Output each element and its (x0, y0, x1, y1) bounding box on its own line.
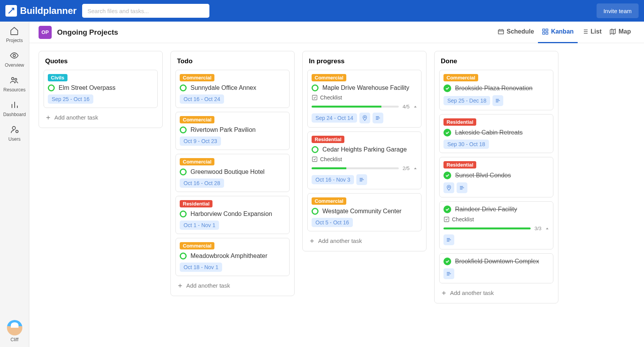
task-card[interactable]: CommercialSunnydale Office AnnexOct 16 -… (175, 70, 290, 108)
sidebar-item-projects[interactable]: Projects (6, 25, 23, 43)
task-name: Greenwood Boutique Hotel (191, 168, 265, 175)
caret-up-icon (413, 167, 417, 170)
tag-commercial: Commercial (312, 74, 346, 81)
main-header: OP Ongoing Projects ScheduleKanbanListMa… (29, 22, 644, 43)
check-ring-icon (180, 84, 187, 91)
tag-commercial: Commercial (180, 242, 214, 249)
tag-civils: Civils (48, 74, 67, 81)
task-card[interactable]: CommercialMaple Drive Warehouse Facility… (307, 70, 421, 128)
view-schedule[interactable]: Schedule (494, 22, 538, 43)
card-meta: Oct 16 - Nov 3 (312, 174, 417, 185)
date-pill: Sep 25 - Dec 18 (443, 96, 490, 105)
column-title: Done (439, 56, 553, 66)
card-meta (443, 234, 549, 245)
task-card[interactable]: CommercialRivertown Park PavilionOct 9 -… (175, 112, 290, 150)
checklist-progress: 4/5 (312, 104, 417, 109)
column-todo: TodoCommercialSunnydale Office AnnexOct … (170, 51, 295, 296)
check-ring-icon (180, 211, 187, 217)
svg-rect-6 (543, 29, 545, 31)
view-map[interactable]: Map (605, 22, 635, 43)
checklist-progress: 3/3 (443, 226, 549, 231)
task-card[interactable]: ResidentialLakeside Cabin RetreatsSep 30… (439, 114, 553, 153)
sidebar-item-overview[interactable]: Overview (5, 50, 24, 68)
date-pill: Oct 16 - Nov 3 (312, 175, 354, 184)
add-task-button[interactable]: Add another task (175, 280, 290, 291)
column-in-progress: In progressCommercialMaple Drive Warehou… (302, 51, 427, 251)
checklist-icon (312, 156, 318, 162)
invite-team-button[interactable]: Invite team (597, 3, 639, 18)
task-name: Maple Drive Warehouse Facility (322, 84, 409, 91)
svg-rect-10 (312, 95, 317, 100)
task-name: Raindeer Drive Facility (455, 206, 517, 213)
checklist-icon (443, 216, 450, 222)
check-complete-icon (443, 258, 451, 265)
column-title: Todo (175, 56, 290, 66)
task-name: Lakeside Cabin Retreats (455, 129, 523, 136)
card-meta: Sep 25 - Dec 18 (443, 95, 549, 106)
tag-commercial: Commercial (180, 74, 214, 81)
svg-point-3 (12, 126, 15, 130)
check-ring-icon (312, 146, 319, 153)
task-card[interactable]: Raindeer Drive FacilityChecklist3/3 (439, 201, 553, 249)
check-complete-icon (443, 129, 451, 136)
chart-icon (9, 99, 20, 110)
view-kanban[interactable]: Kanban (538, 22, 578, 43)
add-task-button[interactable]: Add another task (44, 112, 158, 123)
add-task-button[interactable]: Add another task (307, 235, 421, 246)
task-name: Meadowbrook Amphitheater (191, 253, 267, 259)
sidebar: Projects Overview Resources Dashboard Us… (0, 22, 29, 347)
task-card[interactable]: CommercialBrookside Plaza RenovationSep … (439, 70, 553, 110)
user-avatar[interactable]: Cliff (7, 320, 22, 347)
task-card[interactable]: Brookfield Downtown Complex (439, 253, 553, 283)
svg-rect-7 (546, 29, 548, 31)
notes-icon (443, 268, 454, 279)
date-pill: Sep 25 - Oct 16 (48, 94, 93, 104)
task-card[interactable]: CommercialMeadowbrook AmphitheaterOct 18… (175, 238, 290, 276)
task-card[interactable]: CommercialGreenwood Boutique HotelOct 16… (175, 154, 290, 192)
sidebar-item-dashboard[interactable]: Dashboard (3, 99, 26, 117)
sidebar-item-resources[interactable]: Resources (3, 75, 25, 93)
check-ring-icon (180, 126, 187, 133)
date-pill: Oct 1 - Nov 1 (180, 221, 219, 230)
page-title: Ongoing Projects (57, 28, 118, 37)
date-pill: Oct 16 - Oct 24 (180, 94, 224, 104)
svg-rect-12 (312, 157, 317, 162)
task-card[interactable]: ResidentialHarborview Condo ExpansionOct… (175, 196, 290, 234)
app-name: Buildplanner (20, 5, 77, 16)
task-name: Harborview Condo Expansion (191, 211, 272, 217)
people-icon (9, 75, 20, 86)
checklist-progress: 2/5 (312, 165, 417, 171)
app-logo[interactable]: Buildplanner (5, 5, 77, 17)
view-list[interactable]: List (578, 22, 605, 43)
card-meta: Oct 16 - Oct 24 (180, 94, 285, 104)
add-task-button[interactable]: Add another task (439, 287, 553, 298)
task-name: Westgate Community Center (322, 208, 401, 215)
notes-icon (356, 174, 367, 185)
task-name: Cedar Heights Parking Garage (322, 146, 407, 153)
caret-up-icon (545, 227, 549, 231)
tag-commercial: Commercial (180, 158, 214, 165)
check-ring-icon (180, 168, 187, 175)
checklist-icon (312, 94, 318, 101)
column-title: Quotes (44, 56, 158, 66)
sidebar-item-users[interactable]: Users (8, 124, 20, 142)
plus-icon (45, 115, 51, 121)
task-card[interactable]: ResidentialSunset Blvd Condos (439, 157, 553, 197)
checklist-label: Checklist (312, 94, 417, 101)
notes-icon (457, 182, 467, 193)
task-name: Elm Street Overpass (59, 84, 116, 91)
check-complete-icon (443, 172, 451, 179)
card-meta (443, 182, 549, 193)
check-ring-icon (48, 84, 55, 91)
task-card[interactable]: ResidentialCedar Heights Parking GarageC… (307, 131, 421, 189)
location-icon (443, 182, 454, 193)
task-card[interactable]: CommercialWestgate Community CenterOct 5… (307, 193, 421, 231)
task-card[interactable]: CivilsElm Street OverpassSep 25 - Oct 16 (44, 70, 158, 108)
tag-commercial: Commercial (180, 116, 214, 123)
notes-icon (443, 234, 454, 245)
caret-up-icon (413, 105, 417, 109)
date-pill: Oct 9 - Oct 23 (180, 136, 221, 146)
check-ring-icon (312, 84, 319, 91)
tag-residential: Residential (443, 118, 476, 126)
search-input[interactable] (82, 4, 209, 18)
